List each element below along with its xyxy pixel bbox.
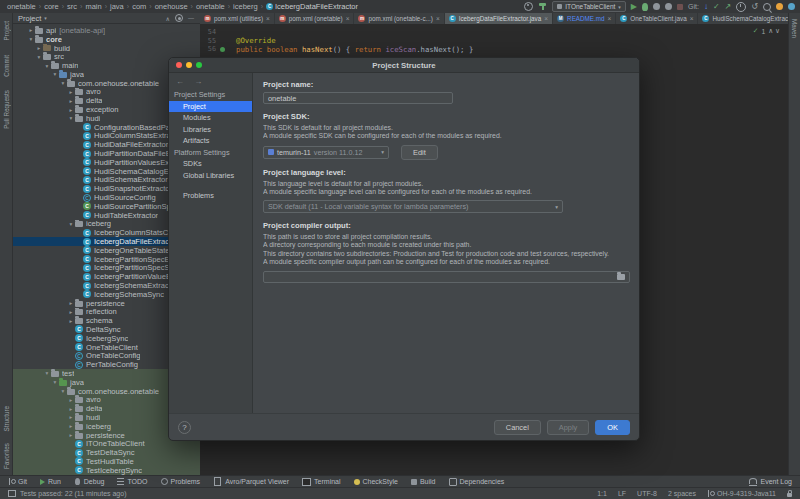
breadcrumb-item[interactable]: onetable: [196, 2, 225, 11]
run-config-select[interactable]: ITOneTableClient▾: [552, 1, 626, 12]
breadcrumb-item[interactable]: onehouse: [155, 2, 188, 11]
breadcrumb-item[interactable]: onetable: [7, 2, 36, 11]
tree-row[interactable]: CTestHudiTable: [13, 457, 200, 466]
user-icon[interactable]: [524, 2, 533, 11]
tool-window-button-todo[interactable]: TODO: [117, 478, 147, 485]
close-icon[interactable]: ×: [436, 15, 440, 22]
collapse-all-icon[interactable]: ∧: [166, 15, 170, 22]
close-icon[interactable]: ×: [544, 15, 548, 22]
undo-icon[interactable]: ↺: [751, 0, 758, 13]
run-icon[interactable]: ▶: [631, 0, 637, 13]
dialog-sidebar-item-sdks[interactable]: SDKs: [169, 158, 252, 170]
breadcrumb-item[interactable]: core: [44, 2, 59, 11]
code-line[interactable]: 56public boolean hasNext() { return iceS…: [200, 45, 788, 54]
apply-button[interactable]: Apply: [547, 420, 590, 435]
tool-button-project[interactable]: Project: [3, 21, 10, 41]
project-name-input[interactable]: onetable: [263, 92, 453, 104]
tool-window-button-build[interactable]: Build: [411, 478, 436, 485]
tool-button-maven[interactable]: Maven: [791, 19, 798, 38]
tool-button-structure[interactable]: Structure: [3, 406, 10, 432]
background-tasks-icon[interactable]: [8, 490, 16, 497]
tool-window-button-dependencies[interactable]: Dependencies: [449, 478, 505, 486]
tree-row[interactable]: ▾core: [13, 35, 200, 44]
dialog-sidebar-item-artifacts[interactable]: Artifacts: [169, 135, 252, 147]
folder-icon[interactable]: [617, 274, 625, 280]
update-badge-icon[interactable]: [776, 3, 783, 10]
status-message[interactable]: Tests passed: 22 (11 minutes ago): [20, 490, 126, 497]
editor-tab[interactable]: COneTableClient.java×: [616, 13, 698, 24]
dialog-sidebar-item-problems[interactable]: Problems: [169, 190, 252, 202]
tree-row[interactable]: CTestDeltaSync: [13, 448, 200, 457]
breadcrumb-item[interactable]: main: [85, 2, 101, 11]
tool-window-button-problems[interactable]: Problems: [161, 478, 201, 485]
editor-tab[interactable]: MREADME.md×: [553, 13, 616, 24]
build-hammer-icon[interactable]: [538, 2, 547, 11]
status-widget[interactable]: 2 spaces: [668, 490, 696, 497]
tool-button-favorites[interactable]: Favorites: [3, 443, 10, 469]
help-button[interactable]: ?: [178, 421, 191, 434]
maximize-window-icon[interactable]: [196, 62, 202, 68]
status-widget[interactable]: 1:1: [597, 490, 607, 497]
coverage-icon[interactable]: [653, 3, 660, 10]
edit-sdk-button[interactable]: Edit: [401, 145, 438, 160]
close-icon[interactable]: ×: [608, 15, 612, 22]
dialog-title-bar[interactable]: Project Structure: [169, 58, 639, 73]
dialog-sidebar-item-libraries[interactable]: Libraries: [169, 124, 252, 136]
stop-icon[interactable]: [677, 4, 683, 10]
history-icon[interactable]: [736, 2, 746, 12]
ok-button[interactable]: OK: [595, 420, 630, 435]
project-panel-header[interactable]: Project ▾ ∧ —: [13, 13, 200, 24]
dialog-sidebar-item-global-libraries[interactable]: Global Libraries: [169, 170, 252, 182]
sdk-select[interactable]: temurin-11 version 11.0.12 ▾: [263, 146, 389, 159]
event-log-button[interactable]: Event Log: [749, 478, 792, 486]
language-level-select[interactable]: SDK default (11 - Local variable syntax …: [263, 200, 563, 213]
status-widget[interactable]: UTF-8: [637, 490, 657, 497]
tree-row[interactable]: ▸api[onetable-api]: [13, 26, 200, 35]
inspection-nav-icons[interactable]: ∧ ∨: [768, 27, 780, 35]
compiler-output-input[interactable]: [263, 271, 630, 283]
breadcrumb-item-active[interactable]: CIcebergDataFileExtractor: [266, 2, 358, 11]
tree-row[interactable]: CTestIcebergSync: [13, 466, 200, 475]
hide-panel-icon[interactable]: —: [188, 15, 194, 21]
tree-row[interactable]: ▸build: [13, 44, 200, 53]
dialog-sidebar-item-project[interactable]: Project: [169, 101, 252, 113]
tool-window-button-debug[interactable]: Debug: [74, 478, 105, 485]
status-widget[interactable]: LF: [618, 490, 626, 497]
tool-window-button-avro-parquet-viewer[interactable]: Avro/Parquet Viewer: [213, 477, 289, 486]
dialog-sidebar-item-modules[interactable]: Modules: [169, 112, 252, 124]
editor-tab[interactable]: mpom.xml (utilities)×: [200, 13, 275, 24]
profiler-icon[interactable]: [665, 3, 672, 10]
nav-back-forward-icons[interactable]: ← →: [169, 76, 252, 89]
tool-window-button-run[interactable]: Run: [40, 478, 61, 485]
lock-indicator[interactable]: [787, 491, 792, 497]
breadcrumb-item[interactable]: com: [132, 2, 146, 11]
tool-window-button-terminal[interactable]: Terminal: [302, 478, 340, 486]
git-update-icon[interactable]: ↓: [704, 0, 708, 13]
whats-new-icon[interactable]: [788, 3, 795, 10]
close-icon[interactable]: ×: [690, 15, 694, 22]
close-icon[interactable]: ×: [346, 15, 350, 22]
tool-button-commit[interactable]: Commit: [3, 55, 10, 77]
search-icon[interactable]: [763, 3, 771, 11]
git-commit-icon[interactable]: ✓: [713, 0, 720, 13]
close-icon[interactable]: ×: [266, 15, 270, 22]
close-window-icon[interactable]: [176, 62, 182, 68]
breadcrumb-item[interactable]: iceberg: [233, 2, 258, 11]
code-line[interactable]: 55@Override: [200, 37, 788, 46]
editor-tab[interactable]: mpom.xml (onetable)×: [275, 13, 355, 24]
gear-icon[interactable]: [175, 14, 183, 22]
breadcrumb-item[interactable]: java: [110, 2, 124, 11]
breadcrumb-item[interactable]: src: [67, 2, 77, 11]
editor-tab[interactable]: mpom.xml (onetable-c...)×: [354, 13, 444, 24]
minimize-window-icon[interactable]: [186, 62, 192, 68]
status-widget[interactable]: OH-9-4319-Java11: [707, 490, 776, 497]
tool-window-button-checkstyle[interactable]: CheckStyle: [354, 478, 398, 485]
tool-button-pull-requests[interactable]: Pull Requests: [3, 90, 10, 129]
editor-tab[interactable]: CIcebergDataFileExtractor.java×: [445, 13, 553, 24]
cancel-button[interactable]: Cancel: [494, 420, 541, 435]
code-line[interactable]: 54: [200, 28, 788, 37]
debug-icon[interactable]: [642, 3, 648, 11]
inspection-widget[interactable]: ✓ 1 ∧ ∨: [753, 27, 780, 35]
editor-tab[interactable]: CHudiSchemaCatalogExtractor.java×: [698, 13, 788, 24]
tool-window-button-git[interactable]: Git: [8, 478, 27, 485]
